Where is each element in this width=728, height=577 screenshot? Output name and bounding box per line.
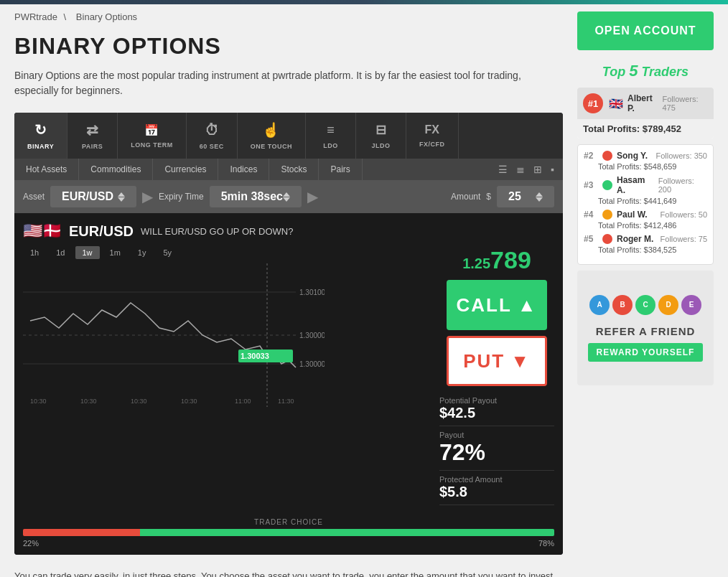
asset-tab-currencies[interactable]: Currencies [153, 159, 218, 180]
asset-tab-pairs[interactable]: Pairs [319, 159, 362, 180]
trader-name-3: Hasam A. [617, 175, 654, 195]
rank-dot-4 [602, 210, 612, 220]
tc-bar [23, 529, 554, 536]
flag-icon: 🇺🇸🇩🇰 [23, 222, 62, 240]
svg-text:11:00: 11:00 [235, 398, 251, 405]
tab-jldo-label: JLDO [372, 142, 391, 149]
asset-arrow-down[interactable] [118, 197, 125, 202]
trader-card-1: #1 🇬🇧 Albert P. Followers: 475 Total Pro… [577, 88, 714, 139]
trader-profits-1: Total Profits: $789,452 [577, 119, 714, 139]
time-1w[interactable]: 1w [75, 246, 100, 259]
call-arrow-icon: ▲ [518, 294, 538, 316]
time-1d[interactable]: 1d [49, 246, 72, 259]
expiry-label: Expiry Time [159, 192, 204, 202]
separator-1: ▶ [142, 188, 153, 205]
amount-selector[interactable]: 25 [497, 186, 554, 207]
list-view-icon[interactable]: ☰ [495, 161, 510, 178]
chart-subtitle: WILL EUR/USD GO UP OR DOWN? [141, 226, 293, 237]
top-traders-post: Traders [638, 65, 689, 79]
payout-row: Payout 72% [439, 426, 554, 471]
tab-jldo[interactable]: ⊟ JLDO [356, 113, 406, 159]
payout-value: 72% [439, 439, 554, 466]
asset-tab-hotassets[interactable]: Hot Assets [14, 159, 79, 180]
tab-binary-label: BINARY [27, 143, 54, 150]
amount-arrow-down[interactable] [536, 197, 543, 202]
asset-selector[interactable]: EUR/USD [50, 186, 136, 207]
tc-left-pct: 22% [23, 539, 39, 548]
rank-badge-1: #1 [583, 93, 603, 113]
expiry-selector[interactable]: 5min 38sec [210, 186, 302, 207]
trader-row-3: #3 Hasam A. Followers: 200 Total Profits… [584, 175, 707, 205]
open-account-button[interactable]: OPEN ACCOUNT [577, 11, 714, 50]
controls-bar: Asset EUR/USD ▶ Expiry Time 5min 38sec [14, 180, 563, 213]
time-1m[interactable]: 1m [103, 246, 128, 259]
compact-view-icon[interactable]: ≣ [513, 161, 528, 178]
tab-ldo[interactable]: ≡ LDO [306, 113, 356, 159]
asset-arrow-up[interactable] [118, 192, 125, 197]
svg-text:10:30: 10:30 [80, 398, 97, 405]
grid-view-icon[interactable]: ⊞ [531, 161, 545, 178]
refer-circle-1: A [589, 295, 610, 315]
amount-arrow-up[interactable] [536, 192, 543, 197]
time-5y[interactable]: 5y [156, 246, 179, 259]
tile-view-icon[interactable]: ▪ [548, 161, 557, 178]
protected-label: Protected Amount [439, 475, 554, 484]
payout-info: Potential Payout $42.5 Payout 72% Protec… [439, 392, 554, 505]
page-description: Binary Options are the most popular trad… [14, 68, 563, 98]
tab-onetouch[interactable]: ☝ ONE TOUCH [238, 113, 306, 159]
potential-payout-row: Potential Payout $42.5 [439, 392, 554, 426]
trader-followers-1: Followers: 475 [662, 95, 708, 112]
breadcrumb-home[interactable]: PWRtrade [14, 11, 57, 22]
pairs-icon: ⇄ [86, 121, 98, 139]
trader-choice-label: TRADER CHOICE [23, 518, 554, 526]
price-display: 1.25789 [462, 246, 531, 274]
put-label: PUT [463, 350, 505, 372]
rank-dot-2 [602, 151, 612, 161]
reward-yourself: REWARD YOURSELF [588, 343, 704, 362]
asset-subtabs: Hot Assets Commodities Currencies Indice… [14, 159, 563, 180]
tab-bar: ↻ BINARY ⇄ PAIRS 📅 LONG TERM ⏱ 60 SEC ☝ [14, 113, 563, 159]
expiry-arrow-up[interactable] [283, 192, 290, 197]
asset-group: Asset EUR/USD [23, 186, 136, 207]
trader-row-5: #5 Roger M. Followers: 75 Total Profits:… [584, 234, 707, 254]
time-tabs: 1h 1d 1w 1m 1y 5y [23, 246, 431, 259]
asset-tab-stocks[interactable]: Stocks [269, 159, 319, 180]
svg-text:10:30: 10:30 [131, 398, 147, 405]
ldo-icon: ≡ [327, 123, 335, 138]
refer-banner: A B C D E REFER A FRIEND REWARD YOURSELF [577, 271, 714, 385]
asset-tab-commodities[interactable]: Commodities [79, 159, 153, 180]
time-1h[interactable]: 1h [23, 246, 46, 259]
trader-profits-4: Total Profits: $412,486 [584, 221, 707, 230]
trader-flag-1: 🇬🇧 [609, 97, 623, 111]
asset-tab-indices[interactable]: Indices [218, 159, 269, 180]
tab-binary[interactable]: ↻ BINARY [14, 113, 67, 159]
bottom-text: You can trade very easily, in just three… [14, 569, 563, 577]
call-button[interactable]: CALL ▲ [447, 280, 547, 330]
longterm-icon: 📅 [144, 123, 159, 137]
trader-row-4: #4 Paul W. Followers: 50 Total Profits: … [584, 210, 707, 230]
refer-circle-3: C [635, 295, 655, 315]
svg-text:10:30: 10:30 [30, 398, 47, 405]
trader-followers-5: Followers: 75 [661, 235, 707, 243]
refer-circle-5: E [681, 295, 701, 315]
svg-text:1.30033: 1.30033 [241, 352, 269, 360]
refer-circle-4: D [658, 295, 678, 315]
expiry-arrow-down[interactable] [283, 197, 290, 202]
top-traders-pre: Top [602, 65, 629, 79]
trader-rank-banner-1: #1 🇬🇧 Albert P. Followers: 475 [577, 88, 714, 119]
tab-pairs[interactable]: ⇄ PAIRS [67, 113, 118, 159]
refer-title: REFER A FRIEND [596, 325, 696, 337]
amount-label: Amount [451, 192, 480, 202]
rank-dot-3 [602, 180, 612, 190]
svg-text:11:30: 11:30 [278, 398, 294, 405]
call-label: CALL [456, 294, 511, 316]
time-1y[interactable]: 1y [131, 246, 154, 259]
tab-60sec[interactable]: ⏱ 60 SEC [187, 113, 238, 159]
trader-name-5: Roger M. [617, 234, 653, 244]
put-button[interactable]: PUT ▼ [447, 336, 547, 386]
amount-group: Amount $ 25 [451, 186, 554, 207]
top-traders-title: Top 5 Traders [577, 62, 714, 80]
rank-num-5: #5 [584, 234, 598, 244]
tab-fxcfd[interactable]: FX FX/CFD [406, 113, 459, 159]
tab-longterm[interactable]: 📅 LONG TERM [118, 113, 187, 159]
